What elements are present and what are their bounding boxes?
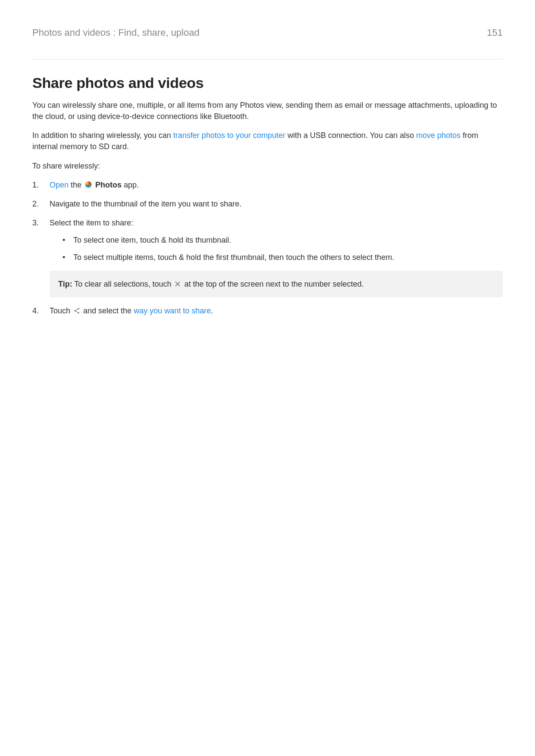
open-link[interactable]: Open [50,181,69,189]
page: Photos and videos : Find, share, upload … [0,0,535,756]
page-number: 151 [487,26,503,40]
step-3: Select the item to share: To select one … [32,217,503,297]
breadcrumb: Photos and videos : Find, share, upload [32,26,200,40]
app-name: Photos [95,181,122,189]
text: the [69,181,84,189]
step-3-lead: Select the item to share: [50,219,133,227]
intro-paragraph-3: To share wirelessly: [32,160,503,172]
share-way-link[interactable]: way you want to share [134,306,211,315]
page-title: Share photos and videos [32,72,503,94]
text: To clear all selections, touch [72,280,174,288]
tip-label: Tip: [58,280,72,288]
tip-box: Tip: To clear all selections, touch at t… [50,271,503,297]
page-header: Photos and videos : Find, share, upload … [32,26,503,40]
svg-point-1 [74,310,75,311]
text: at the top of the screen next to the num… [182,280,363,288]
svg-point-0 [78,308,79,309]
move-photos-link[interactable]: move photos [416,131,460,140]
steps-list: Open the Photos app. Navigate to the thu… [32,179,503,317]
intro-paragraph-2: In addition to sharing wirelessly, you c… [32,130,503,152]
step-4: Touch and select the way you want to sha… [32,305,503,316]
text: and select the [81,306,134,315]
divider [32,59,503,59]
step-1: Open the Photos app. [32,179,503,191]
share-icon [73,306,80,313]
photos-icon [84,180,92,188]
svg-point-2 [78,312,79,313]
transfer-photos-link[interactable]: transfer photos to your computer [173,131,285,140]
close-icon [174,279,181,286]
text: In addition to sharing wirelessly, you c… [32,131,173,140]
text: Touch [50,306,72,315]
step-2: Navigate to the thumbnail of the item yo… [32,198,503,209]
text: app. [122,181,139,189]
text: . [211,306,213,315]
text: with a USB connection. You can also [285,131,416,140]
list-item: To select multiple items, touch & hold t… [50,252,503,263]
intro-paragraph-1: You can wirelessly share one, multiple, … [32,100,503,122]
step-3-bullets: To select one item, touch & hold its thu… [50,234,503,263]
list-item: To select one item, touch & hold its thu… [50,234,503,246]
